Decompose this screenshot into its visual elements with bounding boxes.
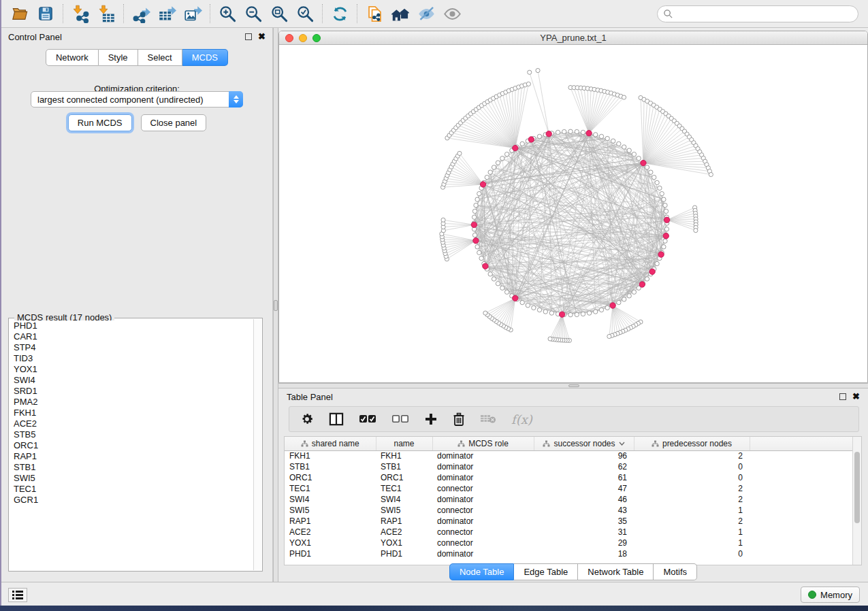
graph-node[interactable] (658, 186, 662, 190)
table-row[interactable]: PHD1PHD1dominator180 (285, 548, 854, 559)
table-row[interactable]: SWI4SWI4dominator462 (285, 494, 854, 505)
table-row[interactable]: FKH1FKH1dominator962 (285, 450, 854, 461)
graph-node[interactable] (709, 172, 713, 176)
graph-node[interactable] (617, 142, 621, 146)
graph-node[interactable] (660, 191, 664, 195)
graph-node[interactable] (483, 311, 487, 315)
graph-node[interactable] (457, 151, 462, 155)
graph-node[interactable] (479, 256, 483, 260)
column-header-name[interactable]: name (376, 437, 432, 450)
graph-node[interactable] (480, 182, 485, 187)
graph-node[interactable] (586, 131, 592, 136)
graph-node[interactable] (526, 303, 530, 308)
graph-node[interactable] (694, 229, 698, 233)
save-session-button[interactable] (33, 3, 59, 24)
graph-node[interactable] (513, 295, 518, 301)
graph-node[interactable] (594, 310, 598, 314)
graph-node[interactable] (526, 82, 530, 86)
graph-node[interactable] (504, 290, 509, 294)
duplicate-network-button[interactable] (361, 3, 387, 24)
graph-node[interactable] (652, 175, 656, 179)
graph-node[interactable] (607, 334, 611, 338)
tab-network-table[interactable]: Network Table (578, 563, 654, 580)
mcds-result-item[interactable]: STB1 (10, 462, 253, 473)
mcds-result-item[interactable]: RAP1 (10, 451, 253, 462)
tab-select[interactable]: Select (138, 49, 182, 66)
table-row[interactable]: STB1STB1dominator620 (285, 461, 854, 472)
mcds-result-item[interactable]: STB5 (10, 429, 253, 440)
graph-node[interactable] (587, 311, 591, 315)
graph-node[interactable] (441, 218, 445, 222)
task-history-button[interactable] (8, 588, 27, 602)
zoom-selected-button[interactable] (292, 3, 318, 24)
network-window-titlebar[interactable]: YPA_prune.txt_1 (279, 31, 867, 45)
graph-node[interactable] (655, 261, 659, 265)
graph-node[interactable] (537, 134, 541, 138)
column-header-predecessor-nodes[interactable]: predecessor nodes (634, 437, 750, 450)
graph-node[interactable] (641, 160, 646, 165)
graph-node[interactable] (473, 238, 479, 244)
graph-node[interactable] (627, 148, 631, 152)
graph-node[interactable] (637, 156, 641, 160)
graph-node[interactable] (594, 133, 598, 137)
graph-node[interactable] (520, 142, 524, 146)
vertical-splitter[interactable] (273, 28, 278, 582)
graph-node[interactable] (639, 282, 645, 287)
horizontal-splitter[interactable] (278, 383, 868, 389)
select-all-icon[interactable] (359, 414, 376, 424)
open-session-button[interactable] (7, 3, 33, 24)
column-header-successor-nodes[interactable]: successor nodes (534, 437, 634, 450)
graph-node[interactable] (475, 245, 479, 249)
import-table-button[interactable] (93, 3, 119, 24)
search-box[interactable] (657, 5, 858, 22)
graph-node[interactable] (504, 152, 509, 156)
tab-edge-table[interactable]: Edge Table (514, 563, 578, 580)
column-header-shared-name[interactable]: shared name (285, 437, 376, 450)
mcds-result-item[interactable]: TEC1 (10, 484, 253, 495)
graph-node[interactable] (536, 68, 540, 72)
mcds-result-item[interactable]: ACE2 (10, 418, 253, 429)
table-row[interactable]: SWI5SWI5connector431 (285, 505, 854, 516)
graph-node[interactable] (658, 252, 664, 257)
graph-node[interactable] (520, 300, 524, 304)
graph-node[interactable] (492, 165, 496, 169)
graph-node[interactable] (655, 180, 659, 184)
graph-node[interactable] (496, 161, 500, 165)
graph-node[interactable] (622, 145, 626, 149)
graph-node[interactable] (662, 197, 666, 201)
table-scrollbar[interactable] (852, 437, 861, 565)
tab-mcds[interactable]: MCDS (182, 49, 228, 66)
run-mcds-button[interactable]: Run MCDS (68, 114, 132, 131)
graph-node[interactable] (559, 312, 564, 317)
graph-node[interactable] (610, 303, 615, 308)
float-panel-icon[interactable] (245, 33, 252, 40)
table-row[interactable]: TEC1TEC1connector472 (285, 483, 854, 494)
settings-gear-icon[interactable] (300, 412, 314, 426)
column-header-mcds-role[interactable]: MCDS role (432, 437, 534, 450)
table-row[interactable]: ACE2ACE2connector311 (285, 527, 854, 538)
graph-node[interactable] (664, 217, 669, 222)
close-panel-button[interactable]: Close panel (141, 114, 207, 131)
tab-motifs[interactable]: Motifs (654, 563, 697, 580)
node-table[interactable]: shared name name MCDS role successor nod… (284, 436, 862, 565)
graph-node[interactable] (477, 250, 481, 254)
mcds-result-list[interactable]: PHD1CAR1STP4TID3YOX1SWI4SRD1PMA2FKH1ACE2… (10, 320, 253, 570)
network-view-canvas[interactable] (279, 45, 867, 383)
mcds-result-item[interactable]: STP4 (10, 342, 253, 353)
splitter-grip[interactable] (568, 384, 579, 387)
graph-node[interactable] (611, 139, 615, 143)
close-panel-icon[interactable]: ✖ (258, 33, 266, 40)
refresh-button[interactable] (327, 3, 353, 24)
memory-button[interactable]: Memory (801, 587, 860, 603)
tab-style[interactable]: Style (99, 49, 138, 66)
graph-node[interactable] (549, 311, 553, 315)
mcds-result-item[interactable]: SWI5 (10, 473, 253, 484)
mcds-list-scrollbar[interactable] (253, 319, 261, 570)
graph-node[interactable] (548, 337, 552, 341)
graph-node[interactable] (475, 197, 479, 201)
graph-node[interactable] (664, 209, 668, 213)
graph-node[interactable] (575, 129, 579, 133)
import-network-button[interactable] (67, 3, 93, 24)
graph-node[interactable] (472, 209, 477, 213)
graph-node[interactable] (500, 156, 504, 160)
